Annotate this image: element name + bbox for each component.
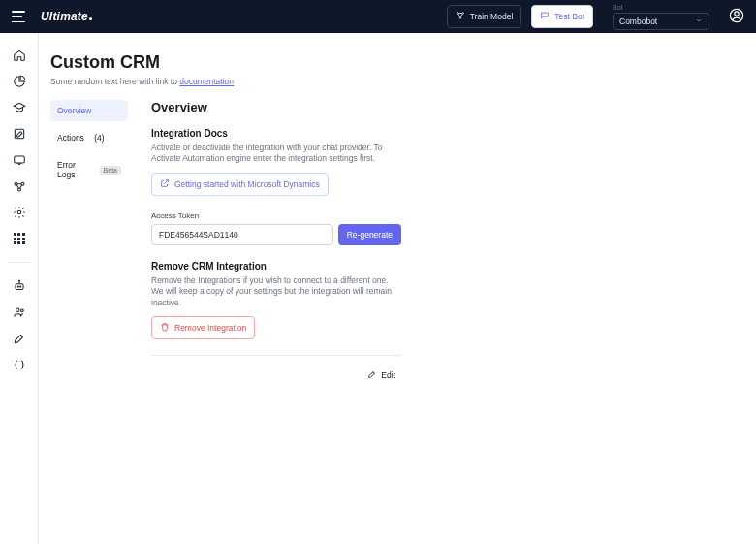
rail-bot[interactable] [13,279,26,293]
integration-docs-title: Integration Docs [151,128,401,139]
menu-toggle[interactable] [12,11,25,22]
svg-rect-5 [15,129,23,138]
subnav-tab-actions[interactable]: Actions (4) [50,127,128,148]
regenerate-token-button[interactable]: Re-generate [338,224,401,245]
grid-icon [14,233,25,244]
rail-launch[interactable] [13,332,26,345]
subnav: Overview Actions (4) Error Logs Beta [50,100,128,385]
rail-settings[interactable] [13,206,26,219]
chat-icon [540,11,550,22]
svg-point-0 [457,13,458,15]
rail-compose[interactable] [13,127,26,141]
logo: Ultimate [41,10,92,23]
integration-docs-desc: Activate or deactivate the integration w… [151,143,401,165]
rail-apps[interactable] [13,232,26,245]
page-subtitle: Some random text here with link to docum… [50,77,756,86]
bot-select[interactable]: Combobot [613,13,709,30]
rail-education[interactable] [13,101,26,114]
svg-rect-6 [14,156,24,163]
test-bot-button[interactable]: Test Bot [531,5,593,28]
pencil-icon [367,369,377,381]
page-title: Custom CRM [50,52,756,73]
svg-point-10 [17,210,21,214]
remove-integration-button[interactable]: Remove Integration [151,316,255,339]
edit-button[interactable]: Edit [362,366,401,385]
subnav-tab-overview[interactable]: Overview [50,100,128,121]
beta-badge: Beta [100,166,121,175]
chevron-down-icon [695,16,703,26]
subnav-tab-error-logs[interactable]: Error Logs Beta [50,154,128,185]
svg-point-4 [735,12,739,16]
rail-conversations[interactable] [13,153,26,167]
docs-link-button[interactable]: Getting started with Microsoft Dynamics [151,173,329,196]
documentation-link[interactable]: documentation [179,77,234,86]
panel-heading: Overview [151,100,401,114]
remove-integration-title: Remove CRM Integration [151,261,401,272]
access-token-label: Access Token [151,211,401,220]
bot-label: Bot [613,4,709,11]
left-rail [0,33,39,544]
access-token-input[interactable] [151,224,333,245]
rail-api[interactable] [13,179,26,193]
rail-code[interactable] [13,358,26,371]
rail-analytics[interactable] [13,75,26,88]
svg-point-8 [21,182,24,185]
svg-point-7 [15,182,17,185]
remove-integration-desc: Remove the Integrations if you wish to c… [151,275,401,308]
svg-point-1 [461,13,463,15]
svg-point-15 [16,308,19,312]
rail-home[interactable] [13,48,26,62]
svg-point-14 [18,280,19,281]
train-model-button[interactable]: Train Model [447,5,522,28]
svg-point-16 [20,309,23,312]
svg-point-12 [17,286,18,287]
svg-rect-11 [15,284,22,290]
external-link-icon [160,178,170,190]
divider [151,355,401,356]
network-icon [456,11,465,22]
account-avatar[interactable] [729,8,744,25]
svg-point-2 [459,17,461,19]
trash-icon [160,322,170,334]
svg-point-13 [19,286,20,287]
rail-users[interactable] [13,305,26,319]
